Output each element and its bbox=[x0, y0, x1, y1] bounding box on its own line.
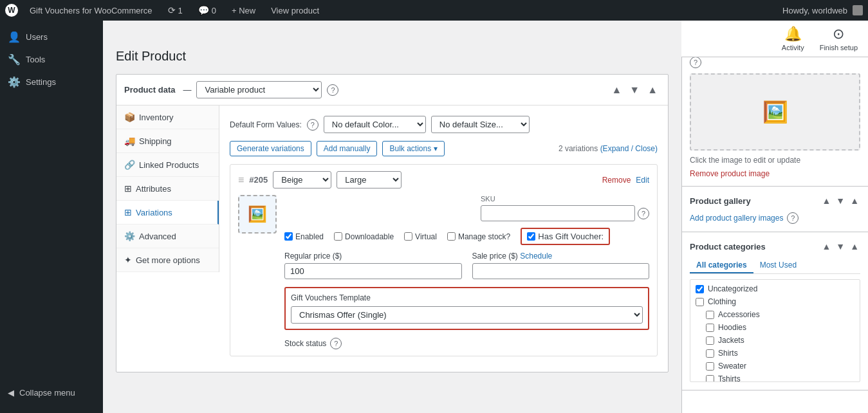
tab-attributes[interactable]: ⊞ Attributes bbox=[116, 177, 219, 201]
tab-most-used[interactable]: Most Used bbox=[753, 258, 803, 273]
activity-icon: 🔔 bbox=[784, 26, 802, 42]
default-form-help-icon[interactable]: ? bbox=[307, 119, 319, 131]
cat-accessories-checkbox[interactable] bbox=[706, 311, 714, 319]
categories-down-button[interactable]: ▼ bbox=[835, 240, 846, 253]
users-icon: 👤 bbox=[8, 31, 21, 43]
add-manually-button[interactable]: Add manually bbox=[317, 141, 378, 156]
default-size-select[interactable]: No default Size... Small Medium Large bbox=[431, 116, 530, 133]
updates-counter[interactable]: ⟳ 1 bbox=[164, 5, 187, 15]
tab-advanced[interactable]: ⚙️ Advanced bbox=[116, 225, 219, 248]
new-button[interactable]: + New bbox=[228, 6, 259, 15]
sku-help-icon[interactable]: ? bbox=[638, 208, 649, 219]
categories-up-button[interactable]: ▲ bbox=[820, 240, 832, 253]
postbox-content: 📦 Inventory 🚚 Shipping 🔗 Linked Products… bbox=[116, 106, 668, 372]
product-gallery-header: Product gallery ▲ ▼ ▲ bbox=[690, 194, 860, 207]
sale-price-input[interactable] bbox=[472, 263, 650, 279]
cat-sweater: Sweater bbox=[693, 360, 857, 372]
remove-product-image-link[interactable]: Remove product image bbox=[690, 169, 770, 178]
gift-voucher-template-select[interactable]: Chrismas Offer (Single) Birthday Special… bbox=[291, 306, 643, 324]
cat-clothing-checkbox[interactable] bbox=[696, 298, 704, 306]
tab-shipping[interactable]: 🚚 Shipping bbox=[116, 129, 219, 153]
product-categories-header: Product categories ▲ ▼ ▲ bbox=[690, 240, 860, 253]
cat-sweater-checkbox[interactable] bbox=[706, 362, 714, 371]
finish-setup-button[interactable]: ⊙ Finish setup bbox=[820, 26, 858, 51]
variation-actions: Remove Edit bbox=[602, 176, 649, 185]
variation-row-205: ≡ #205 Beige Red Blue Green Large Small … bbox=[230, 164, 658, 356]
tools-icon: 🔧 bbox=[8, 53, 21, 66]
variation-body: 🖼️ SKU ? bbox=[238, 195, 649, 349]
collapse-menu-button[interactable]: ◀ Collapse menu bbox=[0, 383, 103, 403]
product-data-collapse-button[interactable]: ▲ bbox=[645, 83, 660, 97]
sku-input[interactable] bbox=[481, 205, 635, 221]
tab-variations[interactable]: ⊞ Variations bbox=[116, 201, 219, 225]
product-data-header: Product data — Variable product Simple p… bbox=[116, 75, 668, 106]
activity-button[interactable]: 🔔 Activity bbox=[782, 26, 804, 51]
virtual-checkbox[interactable] bbox=[404, 232, 412, 241]
enabled-checkbox[interactable] bbox=[284, 232, 293, 241]
virtual-checkbox-label: Virtual bbox=[404, 232, 437, 241]
image-placeholder-icon: 🖼️ bbox=[762, 100, 788, 124]
cat-uncategorized-checkbox[interactable] bbox=[696, 285, 704, 293]
tab-inventory[interactable]: 📦 Inventory bbox=[116, 106, 219, 129]
categories-list: Uncategorized Clothing Accessories Hoodi… bbox=[690, 279, 860, 382]
regular-price-input[interactable] bbox=[284, 263, 462, 279]
variation-color-select[interactable]: Beige Red Blue Green bbox=[273, 171, 331, 188]
variations-count: 2 variations (Expand / Close) bbox=[559, 144, 658, 153]
has-gift-voucher-checkbox[interactable] bbox=[527, 232, 535, 241]
remove-variation-link[interactable]: Remove bbox=[602, 176, 631, 185]
sidebar-item-settings[interactable]: ⚙️ Settings bbox=[0, 71, 103, 93]
stock-status-help-icon[interactable]: ? bbox=[330, 338, 342, 349]
product-type-help-icon[interactable]: ? bbox=[327, 84, 338, 96]
cat-hoodies-checkbox[interactable] bbox=[706, 324, 714, 332]
user-greeting: Howdy, worldweb bbox=[782, 5, 863, 15]
user-avatar[interactable] bbox=[853, 5, 863, 15]
tab-get-more-options[interactable]: ✦ Get more options bbox=[116, 248, 219, 272]
edit-variation-link[interactable]: Edit bbox=[636, 176, 649, 185]
cat-shirts-checkbox[interactable] bbox=[706, 349, 714, 358]
product-data-label: Product data bbox=[124, 85, 175, 95]
manage-stock-checkbox[interactable] bbox=[447, 232, 456, 241]
site-name[interactable]: Gift Vouchers for WooCommerce bbox=[26, 6, 156, 15]
variation-right-panel: SKU ? bbox=[284, 195, 649, 349]
gallery-collapse-button[interactable]: ▲ bbox=[849, 194, 860, 207]
page-title: Edit Product bbox=[116, 49, 669, 64]
product-gallery-controls: ▲ ▼ ▲ bbox=[820, 194, 860, 207]
generate-variations-button[interactable]: Generate variations bbox=[230, 141, 311, 156]
product-image-hint: Click the image to edit or update bbox=[690, 156, 860, 165]
tab-linked-products[interactable]: 🔗 Linked Products bbox=[116, 153, 219, 177]
variation-size-select[interactable]: Large Small Medium bbox=[337, 171, 402, 188]
tab-all-categories[interactable]: All categories bbox=[690, 258, 753, 273]
gallery-expand-down-button[interactable]: ▼ bbox=[835, 194, 846, 207]
attributes-tab-icon: ⊞ bbox=[124, 183, 132, 194]
sidebar-item-users[interactable]: 👤 Users bbox=[0, 26, 103, 48]
categories-controls: ▲ ▼ ▲ bbox=[820, 240, 860, 253]
schedule-link[interactable]: Schedule bbox=[520, 252, 552, 261]
cat-tshirts: Tshirts bbox=[693, 372, 857, 382]
categories-tabs: All categories Most Used bbox=[690, 258, 860, 274]
variation-image-placeholder[interactable]: 🖼️ bbox=[238, 195, 277, 234]
product-data-down-button[interactable]: ▼ bbox=[627, 83, 642, 97]
drag-handle[interactable]: ≡ bbox=[238, 174, 244, 186]
product-image-help-icon[interactable]: ? bbox=[690, 57, 701, 68]
product-type-select[interactable]: Variable product Simple product Grouped … bbox=[196, 81, 322, 98]
expand-close-link[interactable]: (Expand / Close) bbox=[600, 144, 658, 153]
product-data-up-button[interactable]: ▲ bbox=[609, 83, 624, 97]
gallery-expand-up-button[interactable]: ▲ bbox=[820, 194, 832, 207]
product-categories-box: Product categories ▲ ▼ ▲ All categories … bbox=[682, 232, 868, 390]
gallery-help-icon[interactable]: ? bbox=[787, 212, 799, 224]
enabled-checkbox-label: Enabled bbox=[284, 232, 324, 241]
product-image-placeholder[interactable]: 🖼️ bbox=[690, 73, 860, 151]
comments-counter[interactable]: 💬 0 bbox=[194, 5, 220, 15]
sale-price-label: Sale price ($) Schedule bbox=[472, 252, 650, 261]
view-product-link[interactable]: View product bbox=[267, 6, 323, 15]
bulk-actions-dropdown[interactable]: Bulk actions ▾ bbox=[382, 141, 445, 156]
cat-jackets-checkbox[interactable] bbox=[706, 336, 714, 345]
categories-collapse-button[interactable]: ▲ bbox=[849, 240, 860, 253]
wp-logo[interactable]: W bbox=[5, 4, 18, 17]
downloadable-checkbox[interactable] bbox=[334, 232, 342, 241]
default-color-select[interactable]: No default Color... Red Blue Green Beige bbox=[324, 116, 426, 133]
variations-tab-content: Default Form Values: ? No default Color.… bbox=[219, 106, 668, 372]
cat-tshirts-checkbox[interactable] bbox=[706, 375, 714, 383]
add-gallery-images-link[interactable]: Add product gallery images bbox=[690, 214, 783, 223]
sidebar-item-tools[interactable]: 🔧 Tools bbox=[0, 48, 103, 71]
